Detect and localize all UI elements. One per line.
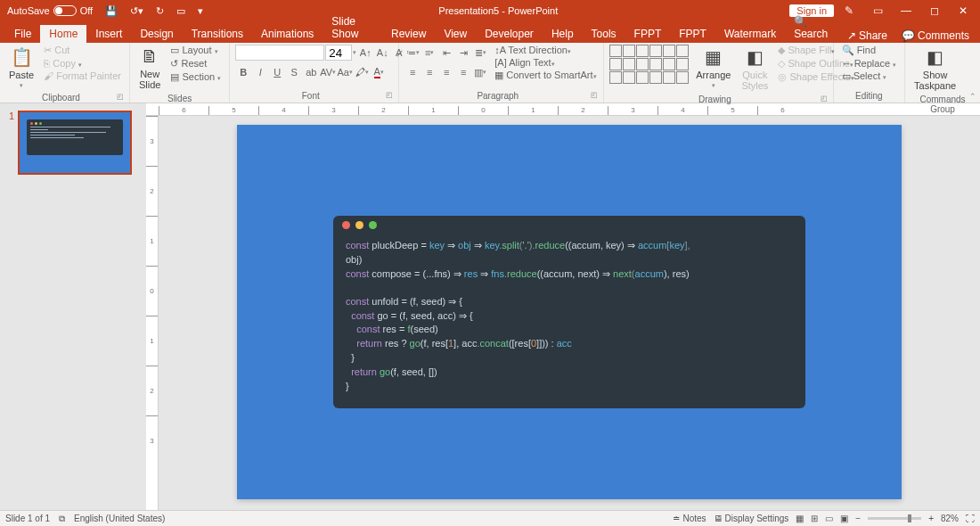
- share-button[interactable]: ↗ Share: [842, 29, 893, 43]
- fit-to-window-button[interactable]: ⛶: [966, 514, 975, 523]
- font-family-input[interactable]: [235, 45, 324, 61]
- text-direction-button[interactable]: ↕A Text Direction▾: [492, 45, 599, 55]
- clipboard-launcher-icon[interactable]: ◰: [117, 93, 124, 101]
- arrange-button[interactable]: ▦Arrange▾: [692, 45, 734, 91]
- change-case-button[interactable]: Aa▾: [337, 64, 353, 80]
- char-spacing-button[interactable]: AV▾: [320, 64, 336, 80]
- shrink-font-button[interactable]: A↓: [374, 45, 390, 61]
- highlight-button[interactable]: 🖍▾: [354, 64, 370, 80]
- align-center-button[interactable]: ≡: [421, 64, 437, 80]
- font-color-button[interactable]: A▾: [371, 64, 387, 80]
- layout-button[interactable]: ▭ Layout ▾: [167, 45, 224, 56]
- close-button[interactable]: ✕: [950, 4, 976, 17]
- slide-canvas-area[interactable]: const pluckDeep = key ⇒ obj ⇒ key.split(…: [159, 116, 980, 510]
- collapse-ribbon-button[interactable]: ⌃: [969, 92, 976, 101]
- slide-1[interactable]: const pluckDeep = key ⇒ obj ⇒ key.split(…: [237, 125, 902, 499]
- slideshow-view-button[interactable]: ▣: [840, 514, 848, 523]
- paragraph-launcher-icon[interactable]: ◰: [591, 91, 598, 99]
- tab-fppt-2[interactable]: FPPT: [670, 25, 715, 43]
- tab-review[interactable]: Review: [382, 25, 435, 43]
- align-text-button[interactable]: [A] Align Text▾: [492, 57, 599, 68]
- reset-button[interactable]: ↺ Reset: [167, 58, 224, 70]
- ribbon-options-icon[interactable]: ▭: [864, 4, 891, 17]
- copy-button[interactable]: ⎘ Copy ▾: [41, 58, 124, 69]
- tab-developer[interactable]: Developer: [476, 25, 543, 43]
- maximize-button[interactable]: ◻: [921, 4, 948, 17]
- save-icon[interactable]: 💾: [102, 5, 121, 17]
- new-slide-button[interactable]: 🗎New Slide: [135, 45, 164, 92]
- slide-thumbnail-1[interactable]: [18, 111, 132, 175]
- columns-button[interactable]: ▥▾: [472, 64, 488, 80]
- quick-styles-button[interactable]: ◧Quick Styles: [738, 45, 772, 93]
- tab-slideshow[interactable]: Slide Show: [323, 12, 382, 43]
- shapes-gallery[interactable]: [609, 45, 689, 84]
- tab-watermark[interactable]: Watermark: [715, 25, 785, 43]
- tab-tools[interactable]: Tools: [583, 25, 625, 43]
- strike-button[interactable]: S: [286, 64, 302, 80]
- notes-button[interactable]: ≐ Notes: [673, 514, 706, 523]
- numbering-button[interactable]: ≡▾: [421, 45, 437, 61]
- group-font: ▾ A↑ A↓ A̷ B I U S ab AV▾ Aa▾ 🖍▾ A▾ Font…: [230, 43, 399, 103]
- zoom-slider[interactable]: [868, 517, 921, 520]
- increase-indent-button[interactable]: ⇥: [455, 45, 471, 61]
- comments-button[interactable]: 💬 Comments: [896, 29, 975, 43]
- decrease-indent-button[interactable]: ⇤: [438, 45, 454, 61]
- align-right-button[interactable]: ≡: [438, 64, 454, 80]
- code-snippet-box[interactable]: const pluckDeep = key ⇒ obj ⇒ key.split(…: [333, 216, 805, 407]
- start-slideshow-icon[interactable]: ▭: [173, 5, 189, 17]
- tab-insert[interactable]: Insert: [86, 25, 131, 43]
- commands-group-label: Commands Group: [911, 93, 975, 114]
- section-button[interactable]: ▤ Section ▾: [167, 71, 224, 83]
- paste-button[interactable]: 📋Paste▾: [5, 45, 37, 91]
- group-drawing: ▦Arrange▾ ◧Quick Styles ◆ Shape Fill▾ ◇ …: [604, 43, 833, 103]
- normal-view-button[interactable]: ▦: [796, 514, 804, 523]
- language-status[interactable]: English (United States): [74, 514, 165, 523]
- font-size-input[interactable]: [325, 45, 352, 61]
- undo-icon[interactable]: ↺▾: [127, 5, 147, 17]
- convert-smartart-button[interactable]: ▦ Convert to SmartArt▾: [492, 70, 599, 81]
- comments-label: Comments: [918, 29, 969, 42]
- toggle-off-icon: [53, 5, 77, 16]
- tab-design[interactable]: Design: [131, 25, 182, 43]
- font-launcher-icon[interactable]: ◰: [386, 91, 393, 99]
- redo-icon[interactable]: ↻: [152, 5, 167, 17]
- find-button[interactable]: 🔍 Find: [839, 45, 899, 56]
- show-taskpane-button[interactable]: ◧Show Taskpane: [911, 45, 960, 93]
- spell-check-icon[interactable]: ⧉: [59, 514, 65, 524]
- shadow-button[interactable]: ab: [303, 64, 319, 80]
- select-button[interactable]: ▭ Select ▾: [839, 70, 899, 82]
- replace-button[interactable]: ↔ Replace ▾: [839, 58, 899, 69]
- tab-fppt-1[interactable]: FPPT: [625, 25, 671, 43]
- autosave-toggle[interactable]: AutoSave Off: [4, 5, 96, 16]
- status-bar: Slide 1 of 1 ⧉ English (United States) ≐…: [0, 510, 980, 526]
- reading-view-button[interactable]: ▭: [825, 514, 833, 523]
- zoom-out-button[interactable]: −: [855, 514, 861, 523]
- bold-button[interactable]: B: [235, 64, 251, 80]
- qat-more-icon[interactable]: ▾: [194, 5, 207, 17]
- cut-button[interactable]: ✂ Cut: [41, 45, 124, 56]
- autosave-label: AutoSave: [7, 5, 50, 16]
- slide-thumbnail-panel: 1: [0, 103, 146, 510]
- tab-transitions[interactable]: Transitions: [183, 25, 252, 43]
- sorter-view-button[interactable]: ⊞: [811, 514, 818, 523]
- drawing-launcher-icon[interactable]: ◰: [821, 95, 828, 103]
- italic-button[interactable]: I: [252, 64, 268, 80]
- justify-button[interactable]: ≡: [455, 64, 471, 80]
- zoom-in-button[interactable]: +: [928, 514, 934, 523]
- tab-help[interactable]: Help: [543, 25, 583, 43]
- tab-view[interactable]: View: [435, 25, 476, 43]
- grow-font-button[interactable]: A↑: [357, 45, 373, 61]
- tell-me-search[interactable]: 🔍 Search: [785, 12, 842, 43]
- zoom-level[interactable]: 82%: [941, 514, 959, 523]
- slide-counter[interactable]: Slide 1 of 1: [5, 514, 50, 523]
- display-settings-button[interactable]: 🖥 Display Settings: [714, 514, 789, 523]
- tab-file[interactable]: File: [5, 25, 40, 43]
- tab-home[interactable]: Home: [40, 25, 86, 43]
- minimize-button[interactable]: —: [893, 4, 919, 17]
- tab-animations[interactable]: Animations: [252, 25, 323, 43]
- line-spacing-button[interactable]: ≣▾: [472, 45, 488, 61]
- align-left-button[interactable]: ≡: [404, 64, 421, 80]
- format-painter-button[interactable]: 🖌 Format Painter: [41, 70, 124, 81]
- bullets-button[interactable]: ≔▾: [404, 45, 421, 61]
- underline-button[interactable]: U: [269, 64, 285, 80]
